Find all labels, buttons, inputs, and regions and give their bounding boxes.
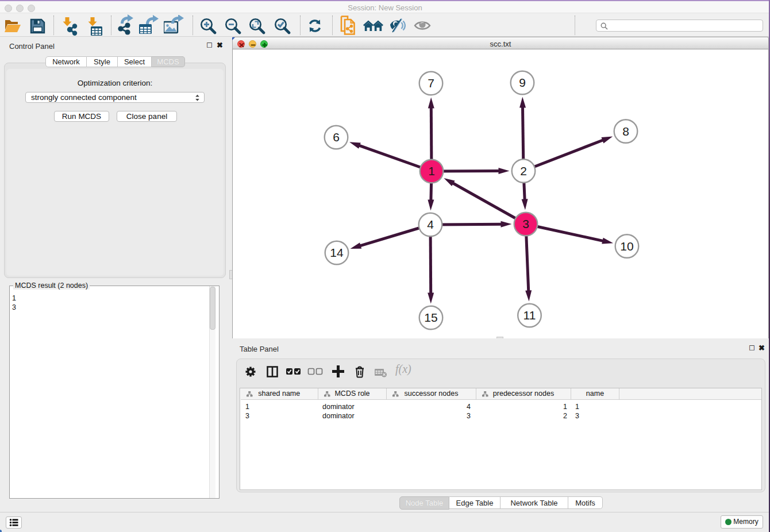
svg-text:2: 2 <box>520 164 527 178</box>
svg-text:10: 10 <box>620 240 633 253</box>
svg-text:9: 9 <box>519 76 526 89</box>
svg-text:6: 6 <box>333 130 340 144</box>
svg-text:14: 14 <box>330 246 344 259</box>
svg-text:1: 1 <box>428 164 435 178</box>
svg-text:15: 15 <box>424 311 437 324</box>
svg-text:7: 7 <box>428 76 434 90</box>
svg-text:11: 11 <box>523 309 536 322</box>
svg-text:4: 4 <box>427 218 434 231</box>
svg-text:8: 8 <box>622 125 629 138</box>
svg-text:3: 3 <box>522 217 529 230</box>
